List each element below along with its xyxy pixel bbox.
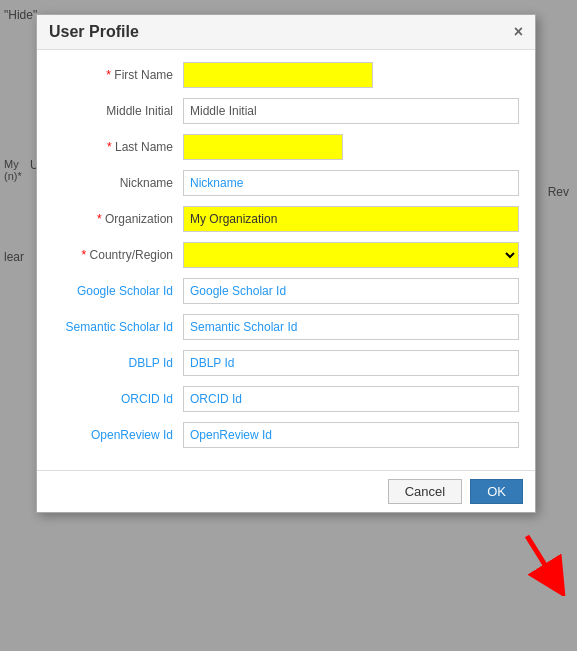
country-select[interactable] [183, 242, 519, 268]
organization-label: Organization [53, 212, 183, 226]
middle-initial-row: Middle Initial [53, 98, 519, 124]
middle-initial-input[interactable] [183, 98, 519, 124]
semantic-scholar-input[interactable] [183, 314, 519, 340]
country-label: Country/Region [53, 248, 183, 262]
middle-initial-label: Middle Initial [53, 104, 183, 118]
openreview-row: OpenReview Id [53, 422, 519, 448]
nickname-row: Nickname [53, 170, 519, 196]
first-name-row: First Name [53, 62, 519, 88]
user-profile-modal: User Profile × First Name Middle Initial… [36, 14, 536, 513]
country-row: Country/Region [53, 242, 519, 268]
google-scholar-input[interactable] [183, 278, 519, 304]
modal-footer: Cancel OK [37, 470, 535, 512]
modal-header: User Profile × [37, 15, 535, 50]
last-name-label: Last Name [53, 140, 183, 154]
modal-title: User Profile [49, 23, 139, 41]
dblp-row: DBLP Id [53, 350, 519, 376]
orcid-row: ORCID Id [53, 386, 519, 412]
organization-input[interactable] [183, 206, 519, 232]
first-name-input[interactable] [183, 62, 373, 88]
openreview-input[interactable] [183, 422, 519, 448]
last-name-row: Last Name [53, 134, 519, 160]
orcid-input[interactable] [183, 386, 519, 412]
semantic-scholar-label[interactable]: Semantic Scholar Id [53, 320, 183, 334]
orcid-label[interactable]: ORCID Id [53, 392, 183, 406]
last-name-input[interactable] [183, 134, 343, 160]
ok-button[interactable]: OK [470, 479, 523, 504]
first-name-label: First Name [53, 68, 183, 82]
svg-line-1 [527, 536, 555, 581]
organization-row: Organization [53, 206, 519, 232]
modal-close-button[interactable]: × [514, 23, 523, 41]
arrow-indicator [507, 526, 567, 596]
nickname-label: Nickname [53, 176, 183, 190]
modal-body: First Name Middle Initial Last Name Nick… [37, 50, 535, 470]
dblp-input[interactable] [183, 350, 519, 376]
google-scholar-row: Google Scholar Id [53, 278, 519, 304]
openreview-label[interactable]: OpenReview Id [53, 428, 183, 442]
nickname-input[interactable] [183, 170, 519, 196]
cancel-button[interactable]: Cancel [388, 479, 462, 504]
semantic-scholar-row: Semantic Scholar Id [53, 314, 519, 340]
dblp-label[interactable]: DBLP Id [53, 356, 183, 370]
google-scholar-label[interactable]: Google Scholar Id [53, 284, 183, 298]
